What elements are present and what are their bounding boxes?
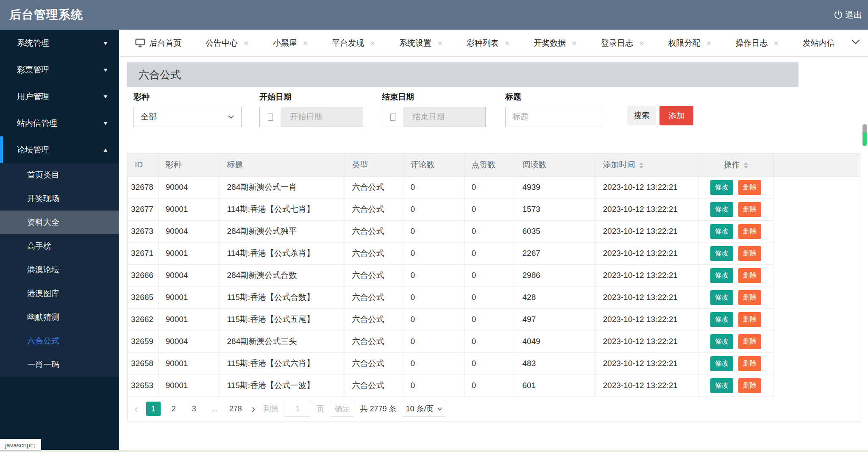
confirm-button[interactable]: 确定 [330,401,354,417]
edit-button[interactable]: 修改 [710,268,733,283]
goto-page-input[interactable] [284,401,311,417]
end-date-input[interactable] [403,107,485,127]
chevron-down-icon: ▼ [103,120,109,126]
sidebar-subitem[interactable]: 港澳图库 [0,282,119,305]
delete-button[interactable]: 删除 [738,290,761,305]
edit-button[interactable]: 修改 [710,334,733,349]
sidebar-subitem[interactable]: 开奖现场 [0,187,119,211]
sidebar-item[interactable]: 彩票管理▼ [0,56,119,83]
delete-button[interactable]: 删除 [738,312,761,327]
cell-likes: 0 [464,330,515,352]
sidebar-subitem[interactable]: 港澳论坛 [0,258,119,282]
delete-button[interactable]: 删除 [738,224,761,239]
add-button[interactable]: 添加 [659,106,693,125]
sidebar-subitem[interactable]: 一肖一码 [0,353,119,377]
delete-button[interactable]: 删除 [738,356,761,371]
page-number[interactable]: 2 [167,402,181,416]
delete-button[interactable]: 删除 [738,202,761,217]
edit-button[interactable]: 修改 [710,202,733,217]
delete-button[interactable]: 删除 [738,268,761,283]
cell-lottery: 90004 [158,330,220,352]
cell-time: 2023-10-12 13:22:21 [595,176,698,198]
delete-button[interactable]: 删除 [738,334,761,349]
tab-label: 小黑屋 [273,38,297,49]
tab-item[interactable]: 开奖数据× [534,38,577,49]
delete-button[interactable]: 删除 [738,378,761,393]
cell-comments: 0 [403,286,464,308]
edit-button[interactable]: 修改 [710,180,733,195]
column-header: 点赞数 [464,154,515,176]
table-row: 3267890004284期新澳公式一肖六合公式0049392023-10-12… [128,176,860,198]
sidebar-subitem[interactable]: 首页类目 [0,163,119,187]
edit-button[interactable]: 修改 [710,356,733,371]
close-icon[interactable]: × [505,39,510,47]
cell-reads: 6035 [515,220,595,242]
lottery-select[interactable]: 全部 [134,107,242,127]
filter-title: 标题 [505,92,603,127]
page-number[interactable]: 1 [146,402,161,416]
edit-button[interactable]: 修改 [710,378,733,393]
page-title: 六合公式 [139,68,181,82]
column-header-label: 类型 [352,160,368,169]
tab-item[interactable]: 彩种列表× [467,38,510,49]
cell-type: 六合公式 [345,330,403,352]
chevron-down-icon [437,407,442,411]
search-button[interactable]: 搜索 [627,106,656,125]
prev-page-icon[interactable]: ‹ [132,402,141,416]
sidebar-subitem[interactable]: 六合公式 [0,329,119,353]
sidebar-subitem[interactable]: 资料大全 [0,211,119,234]
scrollbar-thumb[interactable] [862,124,867,146]
close-icon[interactable]: × [572,39,577,47]
cell-likes: 0 [464,220,515,242]
logout-button[interactable]: 退出 [833,0,862,30]
close-icon[interactable]: × [244,39,249,47]
tab-item[interactable]: 操作日志× [735,38,779,49]
chevron-down-icon[interactable] [851,39,860,47]
calendar-icon[interactable] [382,107,403,127]
cell-reads: 4939 [515,176,595,198]
column-header[interactable]: 操作 [698,154,773,176]
tab-item[interactable]: 系统设置× [399,38,442,49]
tab-label: 权限分配 [668,38,701,49]
tab-item[interactable]: 公告中心× [206,38,249,49]
close-icon[interactable]: × [773,39,779,47]
tab-item[interactable]: 发站内信 [803,38,835,49]
edit-button[interactable]: 修改 [710,224,733,239]
close-icon[interactable]: × [707,39,712,47]
close-icon[interactable]: × [303,39,308,47]
cell-time: 2023-10-12 13:22:21 [595,308,698,330]
page-size-select[interactable]: 10 条/页 [402,401,446,417]
tab-item[interactable]: 权限分配× [668,38,712,49]
tab-item[interactable]: 小黑屋× [273,38,308,49]
delete-button[interactable]: 删除 [738,246,761,261]
cell-time: 2023-10-12 13:22:21 [595,198,698,220]
cell-title: 284期新澳公式合数 [220,264,345,286]
sidebar-item[interactable]: 用户管理▼ [0,83,119,110]
sidebar-item-label: 论坛管理 [17,144,103,155]
cell-lottery: 90001 [158,198,220,220]
sidebar-subitem[interactable]: 高手榜 [0,234,119,258]
column-header: 彩种 [158,154,220,176]
column-header: 评论数 [403,154,464,176]
close-icon[interactable]: × [370,39,375,47]
edit-button[interactable]: 修改 [710,246,733,261]
close-icon[interactable]: × [639,39,644,47]
sidebar-subitem[interactable]: 幽默猜测 [0,305,119,329]
sidebar-item[interactable]: 论坛管理▲ [0,136,119,163]
tab-item[interactable]: 后台首页 [135,38,181,49]
start-date-input[interactable] [281,107,363,127]
sidebar-item[interactable]: 系统管理▼ [0,30,119,56]
page-number[interactable]: 278 [228,402,244,416]
delete-button[interactable]: 删除 [738,180,761,195]
page-number[interactable]: 3 [187,402,201,416]
edit-button[interactable]: 修改 [710,290,733,305]
edit-button[interactable]: 修改 [710,312,733,327]
tab-item[interactable]: 登录日志× [601,38,644,49]
close-icon[interactable]: × [437,39,442,47]
calendar-icon[interactable] [260,107,281,127]
tab-item[interactable]: 平台发现× [332,38,375,49]
sidebar-item[interactable]: 站内信管理▼ [0,110,119,136]
column-header[interactable]: 添加时间 [595,154,698,176]
title-input[interactable] [505,107,603,127]
next-page-icon[interactable]: › [249,402,258,416]
